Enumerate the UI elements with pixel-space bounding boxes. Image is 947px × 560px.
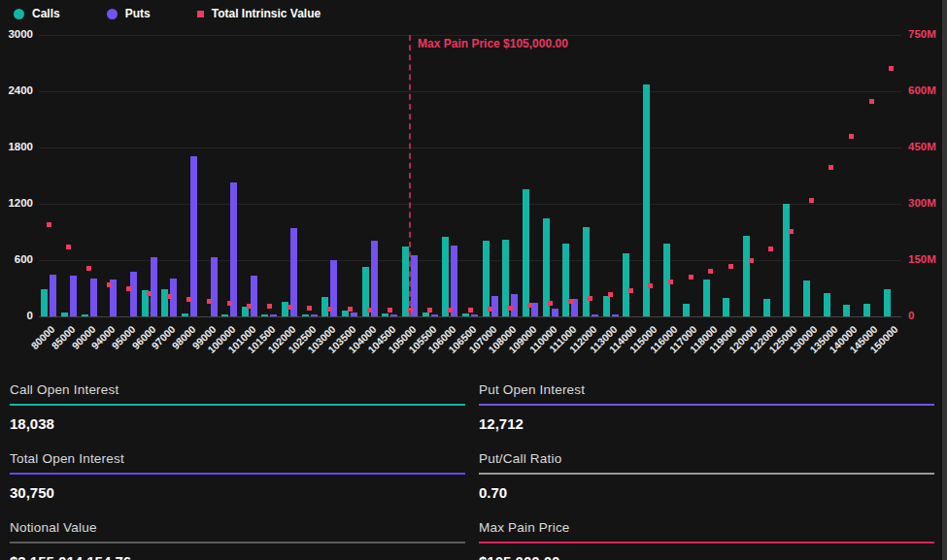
total-intrinsic-value-point[interactable] xyxy=(47,222,51,227)
total-intrinsic-value-point[interactable] xyxy=(708,269,713,274)
total-intrinsic-value-point[interactable] xyxy=(267,304,272,309)
total-intrinsic-value-point[interactable] xyxy=(527,303,532,308)
total-intrinsic-value-point[interactable] xyxy=(287,305,292,310)
total-intrinsic-value-point[interactable] xyxy=(689,275,693,280)
total-intrinsic-value-point[interactable] xyxy=(388,308,392,313)
puts-bar[interactable] xyxy=(130,272,137,316)
calls-bar[interactable] xyxy=(523,189,529,316)
puts-bar[interactable] xyxy=(552,309,558,316)
puts-bar[interactable] xyxy=(371,241,378,316)
total-intrinsic-value-point[interactable] xyxy=(86,266,91,271)
total-intrinsic-value-point[interactable] xyxy=(126,286,131,291)
puts-bar[interactable] xyxy=(612,314,619,316)
puts-bar[interactable] xyxy=(211,257,218,316)
calls-bar[interactable] xyxy=(603,296,610,316)
calls-bar[interactable] xyxy=(723,298,729,316)
total-intrinsic-value-point[interactable] xyxy=(307,306,312,311)
calls-bar[interactable] xyxy=(703,280,710,316)
calls-bar[interactable] xyxy=(824,293,830,316)
calls-bar[interactable] xyxy=(783,204,790,316)
total-intrinsic-value-point[interactable] xyxy=(548,301,553,306)
calls-bar[interactable] xyxy=(643,84,650,316)
total-intrinsic-value-point[interactable] xyxy=(327,307,332,312)
total-intrinsic-value-point[interactable] xyxy=(508,306,513,311)
calls-bar[interactable] xyxy=(182,313,188,316)
calls-bar[interactable] xyxy=(683,304,690,316)
puts-bar[interactable] xyxy=(311,314,318,316)
total-intrinsic-value-point[interactable] xyxy=(107,282,112,287)
calls-bar[interactable] xyxy=(382,313,389,316)
calls-bar[interactable] xyxy=(562,244,569,316)
total-intrinsic-value-point[interactable] xyxy=(809,198,814,203)
total-intrinsic-value-point[interactable] xyxy=(668,280,673,284)
calls-bar[interactable] xyxy=(843,305,850,316)
legend-item-puts[interactable]: Puts xyxy=(107,7,151,20)
total-intrinsic-value-point[interactable] xyxy=(889,66,894,71)
total-intrinsic-value-point[interactable] xyxy=(588,296,592,301)
total-intrinsic-value-point[interactable] xyxy=(348,307,353,312)
calls-bar[interactable] xyxy=(41,289,48,316)
total-intrinsic-value-point[interactable] xyxy=(869,99,874,104)
puts-bar[interactable] xyxy=(50,275,56,317)
puts-bar[interactable] xyxy=(190,156,197,316)
total-intrinsic-value-point[interactable] xyxy=(427,308,432,313)
calls-bar[interactable] xyxy=(763,299,770,316)
calls-bar[interactable] xyxy=(402,247,409,317)
total-intrinsic-value-point[interactable] xyxy=(628,288,633,293)
calls-bar[interactable] xyxy=(221,314,228,316)
legend-item-calls[interactable]: Calls xyxy=(14,7,60,20)
calls-bar[interactable] xyxy=(803,280,810,316)
puts-bar[interactable] xyxy=(151,257,157,316)
puts-bar[interactable] xyxy=(90,279,97,316)
scrollbar[interactable] xyxy=(942,0,947,560)
calls-bar[interactable] xyxy=(82,314,88,316)
puts-bar[interactable] xyxy=(251,276,257,316)
calls-bar[interactable] xyxy=(483,241,490,316)
calls-bar[interactable] xyxy=(261,314,268,316)
puts-bar[interactable] xyxy=(290,228,297,316)
total-intrinsic-value-point[interactable] xyxy=(468,308,473,313)
calls-bar[interactable] xyxy=(423,313,429,316)
calls-bar[interactable] xyxy=(743,236,750,316)
total-intrinsic-value-point[interactable] xyxy=(568,299,573,304)
puts-bar[interactable] xyxy=(230,182,237,316)
total-intrinsic-value-point[interactable] xyxy=(186,297,191,302)
calls-bar[interactable] xyxy=(583,227,590,316)
total-intrinsic-value-point[interactable] xyxy=(728,264,733,269)
puts-bar[interactable] xyxy=(592,314,598,316)
calls-bar[interactable] xyxy=(61,313,68,316)
puts-bar[interactable] xyxy=(351,313,357,316)
total-intrinsic-value-point[interactable] xyxy=(488,307,492,312)
total-intrinsic-value-point[interactable] xyxy=(147,291,152,296)
puts-bar[interactable] xyxy=(431,314,438,316)
total-intrinsic-value-point[interactable] xyxy=(608,292,613,297)
total-intrinsic-value-point[interactable] xyxy=(648,283,653,288)
calls-bar[interactable] xyxy=(623,253,629,316)
total-intrinsic-value-point[interactable] xyxy=(789,229,794,234)
calls-bar[interactable] xyxy=(884,289,891,316)
puts-bar[interactable] xyxy=(390,314,397,316)
stat-value: 12,712 xyxy=(479,415,934,432)
legend-item-total-intrinsic-value[interactable]: Total Intrinsic Value xyxy=(197,7,321,20)
calls-bar[interactable] xyxy=(863,304,870,316)
puts-bar[interactable] xyxy=(270,314,277,316)
price-chart[interactable]: 060012001800240030000150M300M450M600M750… xyxy=(0,27,947,371)
total-intrinsic-value-point[interactable] xyxy=(167,294,172,299)
puts-bar[interactable] xyxy=(451,246,457,316)
total-intrinsic-value-point[interactable] xyxy=(849,134,854,139)
total-intrinsic-value-point[interactable] xyxy=(829,165,833,170)
total-intrinsic-value-point[interactable] xyxy=(367,308,372,313)
total-intrinsic-value-point[interactable] xyxy=(448,308,453,313)
calls-bar[interactable] xyxy=(462,313,469,316)
total-intrinsic-value-point[interactable] xyxy=(207,299,212,304)
stat-value: 0.70 xyxy=(479,484,934,501)
total-intrinsic-value-point[interactable] xyxy=(768,247,773,251)
puts-bar[interactable] xyxy=(471,314,478,316)
puts-bar[interactable] xyxy=(70,276,77,316)
total-intrinsic-value-point[interactable] xyxy=(749,258,754,263)
calls-bar[interactable] xyxy=(442,237,449,316)
total-intrinsic-value-point[interactable] xyxy=(66,245,71,249)
total-intrinsic-value-point[interactable] xyxy=(247,304,252,309)
total-intrinsic-value-point[interactable] xyxy=(227,301,232,306)
calls-bar[interactable] xyxy=(302,314,309,316)
